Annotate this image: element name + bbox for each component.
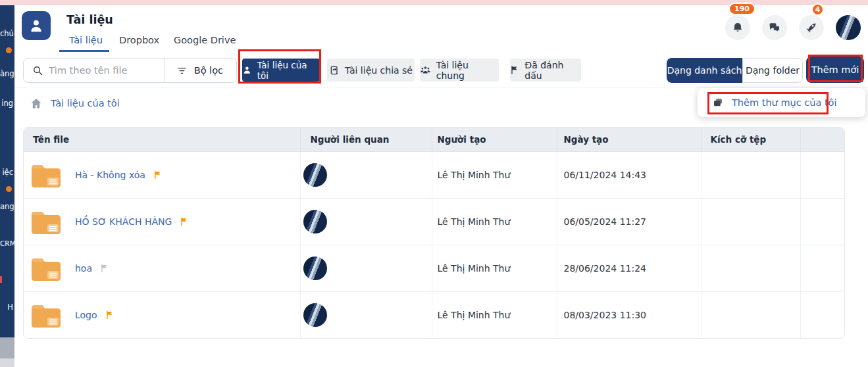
tab-google-drive[interactable]: Google Drive (174, 35, 236, 45)
people-icon (420, 64, 431, 76)
home-icon[interactable] (30, 97, 43, 110)
search-field-container (24, 59, 165, 82)
divider (14, 87, 868, 87)
folder-icon (30, 255, 62, 281)
related-user-avatar (303, 210, 327, 233)
breadcrumb-my-documents[interactable]: Tài liệu của tôi (51, 98, 120, 109)
search-input[interactable] (24, 65, 165, 76)
left-sidebar[interactable]: chủ àng ing iệc ang CRM H (0, 5, 14, 367)
header-created-date: Ngày tạo (557, 128, 702, 151)
add-new-button[interactable]: Thêm mới (806, 57, 864, 83)
header-file-size: Kích cỡ tệp (702, 128, 800, 151)
page-title: Tài liệu (66, 13, 113, 26)
rocket-icon (805, 21, 818, 34)
file-name-link[interactable]: Hà - Không xóa (75, 170, 145, 180)
related-user-avatar (303, 303, 327, 327)
filter-icon (176, 65, 188, 76)
actions-cell (800, 198, 844, 245)
created-date-cell: 28/06/2024 11:24 (557, 245, 702, 291)
sidebar-logo-mark (0, 276, 2, 283)
header-related-users: Người liên quan (300, 128, 432, 151)
creator-cell: Lê Thị Minh Thư (432, 245, 557, 291)
file-name-link[interactable]: hoa (75, 263, 92, 274)
share-icon (329, 65, 340, 76)
folder-icon (30, 208, 62, 235)
tab-tai-lieu[interactable]: Tài liệu (69, 35, 103, 45)
file-size-cell (702, 151, 800, 198)
flag-icon (510, 65, 519, 75)
table-row[interactable]: Hà - Không xóa Lê Thị Minh Thư 06/11/202… (24, 151, 844, 198)
related-user-avatar (303, 257, 327, 280)
documents-app-icon (22, 11, 51, 40)
file-size-cell (702, 198, 800, 245)
actions-cell (800, 291, 844, 338)
breadcrumb: Tài liệu của tôi (30, 97, 120, 110)
view-list-label: Dạng danh sách (667, 65, 742, 76)
table-header-row: Tên file Người liên quan Người tạo Ngày … (24, 128, 844, 151)
creator-cell: Lê Thị Minh Thư (432, 151, 557, 198)
creator-cell: Lê Thị Minh Thư (432, 291, 557, 338)
actions-cell (800, 151, 844, 198)
file-size-cell (702, 245, 800, 291)
sidebar-item-4[interactable]: ang (0, 202, 14, 211)
active-tab-underline (59, 50, 109, 52)
user-icon (242, 65, 252, 75)
documents-page: chủ àng ing iệc ang CRM H Tài liệu Tài l… (0, 0, 868, 367)
flag-icon (180, 217, 189, 226)
notifications-button[interactable] (725, 15, 750, 40)
sidebar-item-6[interactable]: H (0, 303, 14, 312)
file-name-link[interactable]: HỒ SƠ KHÁCH HÀNG (75, 216, 172, 227)
file-name-link[interactable]: Logo (75, 310, 97, 320)
creator-cell: Lê Thị Minh Thư (432, 198, 557, 245)
add-new-label: Thêm mới (811, 64, 859, 75)
header-actions (800, 128, 844, 151)
shared-documents-button[interactable]: Tài liệu chia sẻ (327, 59, 415, 82)
related-user-avatar (303, 163, 327, 187)
flag-icon (153, 170, 163, 180)
table-row[interactable]: HỒ SƠ KHÁCH HÀNG Lê Thị Minh Thư 06/05/2… (24, 198, 844, 245)
table-row[interactable]: Logo Lê Thị Minh Thư 08/03/2023 11:30 (24, 291, 844, 338)
sidebar-item-2[interactable]: ing (0, 99, 14, 108)
table-row[interactable]: hoa Lê Thị Minh Thư 28/06/2024 11:24 (24, 245, 844, 291)
header-file-name: Tên file (24, 128, 300, 151)
view-folder-button[interactable]: Dạng folder (742, 58, 803, 83)
sidebar-item-crm[interactable]: CRM (0, 239, 14, 247)
view-list-button[interactable]: Dạng danh sách (667, 58, 742, 83)
search-icon (32, 65, 43, 76)
search-bar: Bộ lọc (23, 58, 237, 83)
flagged-documents-label: Đã đánh dấu (524, 60, 581, 81)
sidebar-item-home[interactable]: chủ (0, 29, 14, 38)
add-new-dropdown: Thêm thư mục của tôi (698, 88, 865, 117)
folder-icon (30, 162, 62, 188)
view-folder-label: Dạng folder (746, 65, 800, 76)
created-date-cell: 08/03/2023 11:30 (557, 291, 702, 338)
launcher-count-badge: 4 (811, 3, 824, 16)
actions-cell (800, 245, 844, 291)
flagged-documents-button[interactable]: Đã đánh dấu (510, 59, 581, 82)
my-documents-button[interactable]: Tài liệu của tôi (242, 59, 320, 82)
bell-icon (731, 21, 744, 34)
common-documents-button[interactable]: Tài liệu chung (420, 59, 499, 82)
launcher-button[interactable] (799, 15, 824, 40)
chat-button[interactable] (762, 15, 787, 40)
user-icon (28, 17, 45, 34)
documents-table: Tên file Người liên quan Người tạo Ngày … (23, 127, 845, 339)
add-folder-icon (712, 97, 724, 109)
menu-item-add-my-folder[interactable]: Thêm thư mục của tôi (712, 97, 837, 109)
flag-icon (105, 310, 115, 320)
header-creator: Người tạo (432, 128, 557, 151)
user-avatar[interactable] (836, 15, 861, 40)
file-size-cell (702, 291, 800, 338)
created-date-cell: 06/05/2024 11:27 (557, 198, 702, 245)
chat-icon (768, 21, 781, 34)
flag-icon (100, 264, 109, 273)
sidebar-item-work[interactable]: iệc (0, 168, 14, 177)
sidebar-scrollbar[interactable] (0, 337, 14, 367)
shared-documents-label: Tài liệu chia sẻ (345, 65, 413, 76)
filter-button[interactable]: Bộ lọc (165, 59, 236, 82)
notification-dot (6, 47, 12, 53)
menu-item-label: Thêm thư mục của tôi (732, 97, 837, 108)
tab-dropbox[interactable]: Dropbox (119, 35, 159, 45)
folder-icon (30, 302, 62, 328)
sidebar-item-customer[interactable]: àng (0, 69, 14, 78)
